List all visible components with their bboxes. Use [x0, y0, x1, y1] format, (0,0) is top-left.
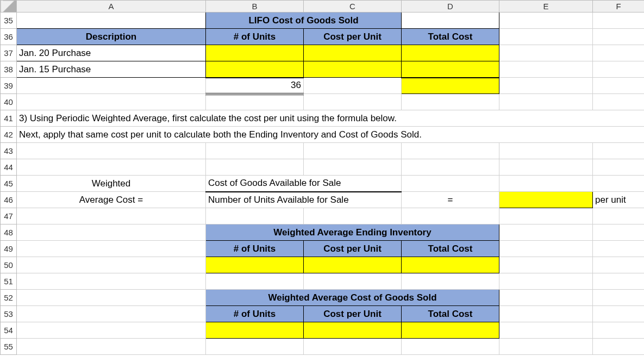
- hdr-description[interactable]: Description: [17, 29, 206, 45]
- lifo-desc-2[interactable]: Jan. 15 Purchase: [17, 61, 206, 78]
- cell[interactable]: [402, 13, 499, 29]
- cell[interactable]: [304, 143, 402, 159]
- cell[interactable]: [206, 143, 304, 159]
- wavg-cogs-total[interactable]: [402, 322, 499, 339]
- cell[interactable]: [499, 176, 593, 192]
- cell[interactable]: [593, 224, 645, 241]
- wavg-cogs-total-hdr[interactable]: Total Cost: [402, 306, 499, 322]
- hdr-cost-per-unit[interactable]: Cost per Unit: [304, 29, 402, 45]
- cell[interactable]: [593, 176, 645, 192]
- cell[interactable]: [304, 339, 402, 355]
- row-header[interactable]: 53: [1, 306, 17, 322]
- row-header[interactable]: 43: [1, 143, 17, 159]
- row-header[interactable]: 38: [1, 61, 17, 78]
- cell[interactable]: [593, 143, 645, 159]
- cell[interactable]: [593, 29, 645, 45]
- cell[interactable]: [499, 29, 593, 45]
- cell[interactable]: [499, 45, 593, 61]
- cell[interactable]: [499, 339, 593, 355]
- cell[interactable]: [17, 159, 206, 176]
- cell[interactable]: [17, 322, 206, 339]
- row-header[interactable]: 48: [1, 224, 17, 241]
- row-header[interactable]: 46: [1, 192, 17, 208]
- cogas-label[interactable]: Cost of Goods Available for Sale: [206, 176, 402, 192]
- lifo-total-2[interactable]: [402, 61, 499, 78]
- cell[interactable]: [402, 273, 499, 290]
- cell[interactable]: [499, 61, 593, 78]
- row-header[interactable]: 39: [1, 78, 17, 94]
- hdr-total-cost[interactable]: Total Cost: [402, 29, 499, 45]
- wavg-inv-cpu[interactable]: [304, 257, 402, 273]
- cell[interactable]: [499, 322, 593, 339]
- cell[interactable]: [402, 208, 499, 224]
- units-avail-label[interactable]: Number of Units Available for Sale: [206, 192, 402, 208]
- cell[interactable]: [17, 257, 206, 273]
- cell[interactable]: [304, 208, 402, 224]
- lifo-desc-1[interactable]: Jan. 20 Purchase: [17, 45, 206, 61]
- row-header[interactable]: 49: [1, 241, 17, 257]
- wavg-inv-units-hdr[interactable]: # of Units: [206, 241, 304, 257]
- cell[interactable]: [304, 159, 402, 176]
- cell[interactable]: [593, 339, 645, 355]
- cell[interactable]: [593, 13, 645, 29]
- row-header[interactable]: 42: [1, 127, 17, 143]
- per-unit-label[interactable]: per unit: [593, 192, 645, 208]
- lifo-total-1[interactable]: [402, 45, 499, 61]
- cell[interactable]: [499, 143, 593, 159]
- cell[interactable]: [499, 159, 593, 176]
- cell[interactable]: [206, 94, 304, 110]
- cell[interactable]: [499, 224, 593, 241]
- wavg-inv-cpu-hdr[interactable]: Cost per Unit: [304, 241, 402, 257]
- wavg-inv-total-hdr[interactable]: Total Cost: [402, 241, 499, 257]
- cell[interactable]: [402, 176, 499, 192]
- lifo-cogs-title[interactable]: LIFO Cost of Goods Sold: [206, 13, 402, 29]
- cell[interactable]: [499, 306, 593, 322]
- cell[interactable]: [593, 322, 645, 339]
- wavg-inv-units[interactable]: [206, 257, 304, 273]
- weighted-label[interactable]: Weighted: [17, 176, 206, 192]
- col-header-C[interactable]: C: [304, 1, 402, 13]
- cell[interactable]: [304, 273, 402, 290]
- hdr-units[interactable]: # of Units: [206, 29, 304, 45]
- cell[interactable]: [402, 143, 499, 159]
- col-header-D[interactable]: D: [402, 1, 499, 13]
- cell[interactable]: [499, 94, 593, 110]
- row-header[interactable]: 54: [1, 322, 17, 339]
- cell[interactable]: [206, 208, 304, 224]
- cell[interactable]: [206, 273, 304, 290]
- wavg-cogs-cpu[interactable]: [304, 322, 402, 339]
- cell[interactable]: [402, 339, 499, 355]
- cell[interactable]: [593, 45, 645, 61]
- row-header[interactable]: 51: [1, 273, 17, 290]
- row-header[interactable]: 36: [1, 29, 17, 45]
- row-header[interactable]: 40: [1, 94, 17, 110]
- cell[interactable]: [593, 78, 645, 94]
- wavg-cogs-units[interactable]: [206, 322, 304, 339]
- cell[interactable]: [17, 273, 206, 290]
- wavg-cogs-cpu-hdr[interactable]: Cost per Unit: [304, 306, 402, 322]
- cell[interactable]: [499, 78, 593, 94]
- row-header[interactable]: 55: [1, 339, 17, 355]
- cell[interactable]: [499, 13, 593, 29]
- cell[interactable]: [304, 78, 402, 94]
- cell[interactable]: [499, 241, 593, 257]
- cell[interactable]: [17, 339, 206, 355]
- cell[interactable]: [499, 273, 593, 290]
- row-header[interactable]: 44: [1, 159, 17, 176]
- cell[interactable]: [17, 306, 206, 322]
- row-header[interactable]: 41: [1, 110, 17, 127]
- cell[interactable]: [593, 208, 645, 224]
- lifo-cpu-1[interactable]: [304, 45, 402, 61]
- cell[interactable]: [206, 339, 304, 355]
- col-header-B[interactable]: B: [206, 1, 304, 13]
- cell[interactable]: [593, 159, 645, 176]
- lifo-cpu-2[interactable]: [304, 61, 402, 78]
- cell[interactable]: [593, 94, 645, 110]
- lifo-total-units[interactable]: 36: [206, 78, 304, 94]
- select-all-corner[interactable]: [1, 1, 17, 13]
- cell[interactable]: [17, 94, 206, 110]
- spreadsheet[interactable]: A B C D E F 35 LIFO Cost of Goods Sold 3…: [0, 0, 644, 355]
- lifo-units-1[interactable]: [206, 45, 304, 61]
- cell[interactable]: [402, 159, 499, 176]
- row-header[interactable]: 45: [1, 176, 17, 192]
